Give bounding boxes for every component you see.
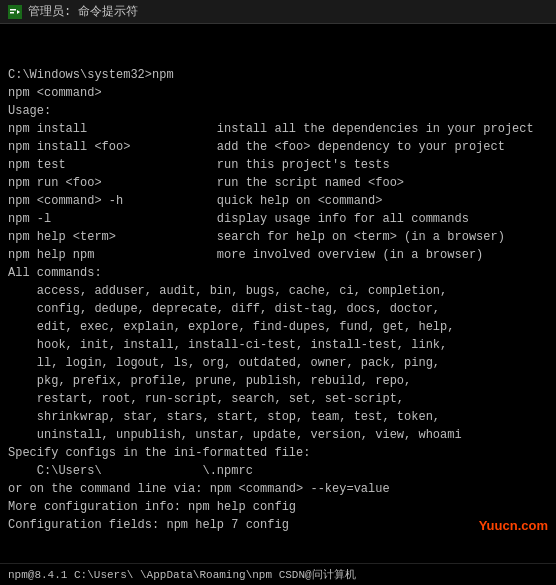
terminal-line: npm install <foo> add the <foo> dependen…: [8, 138, 548, 156]
terminal-line: config, dedupe, deprecate, diff, dist-ta…: [8, 300, 548, 318]
terminal-line: Usage:: [8, 102, 548, 120]
title-bar: 管理员: 命令提示符: [0, 0, 556, 24]
terminal-line: Specify configs in the ini-formatted fil…: [8, 444, 548, 462]
terminal-line: C:\Users\ \.npmrc: [8, 462, 548, 480]
terminal-line: Configuration fields: npm help 7 config: [8, 516, 548, 534]
terminal-icon: [8, 5, 22, 19]
terminal-line: npm -l display usage info for all comman…: [8, 210, 548, 228]
terminal-line: pkg, prefix, profile, prune, publish, re…: [8, 372, 548, 390]
title-bar-label: 管理员: 命令提示符: [28, 3, 138, 20]
terminal-line: npm install install all the dependencies…: [8, 120, 548, 138]
terminal-line: or on the command line via: npm <command…: [8, 480, 548, 498]
terminal-line: npm <command>: [8, 84, 548, 102]
terminal-line: C:\Windows\system32>npm: [8, 66, 548, 84]
terminal-line: npm help <term> search for help on <term…: [8, 228, 548, 246]
watermark: Yuucn.com: [479, 518, 548, 533]
terminal-line: npm <command> -h quick help on <command>: [8, 192, 548, 210]
terminal-line: edit, exec, explain, explore, find-dupes…: [8, 318, 548, 336]
terminal-line: restart, root, run-script, search, set, …: [8, 390, 548, 408]
terminal-line: uninstall, unpublish, unstar, update, ve…: [8, 426, 548, 444]
terminal-line: npm test run this project's tests: [8, 156, 548, 174]
terminal-line: ll, login, logout, ls, org, outdated, ow…: [8, 354, 548, 372]
svg-rect-2: [10, 12, 14, 14]
status-bar: npm@8.4.1 C:\Users\ \AppData\Roaming\npm…: [0, 563, 556, 585]
terminal-line: All commands:: [8, 264, 548, 282]
terminal-window: 管理员: 命令提示符 C:\Windows\system32>npmnpm <c…: [0, 0, 556, 585]
svg-rect-1: [10, 9, 16, 11]
status-text: npm@8.4.1 C:\Users\ \AppData\Roaming\npm…: [8, 567, 356, 582]
terminal-line: More configuration info: npm help config: [8, 498, 548, 516]
terminal-line: npm help npm more involved overview (in …: [8, 246, 548, 264]
terminal-line: npm run <foo> run the script named <foo>: [8, 174, 548, 192]
terminal-body[interactable]: C:\Windows\system32>npmnpm <command>Usag…: [0, 24, 556, 563]
terminal-line: hook, init, install, install-ci-test, in…: [8, 336, 548, 354]
terminal-line: access, adduser, audit, bin, bugs, cache…: [8, 282, 548, 300]
terminal-line: shrinkwrap, star, stars, start, stop, te…: [8, 408, 548, 426]
